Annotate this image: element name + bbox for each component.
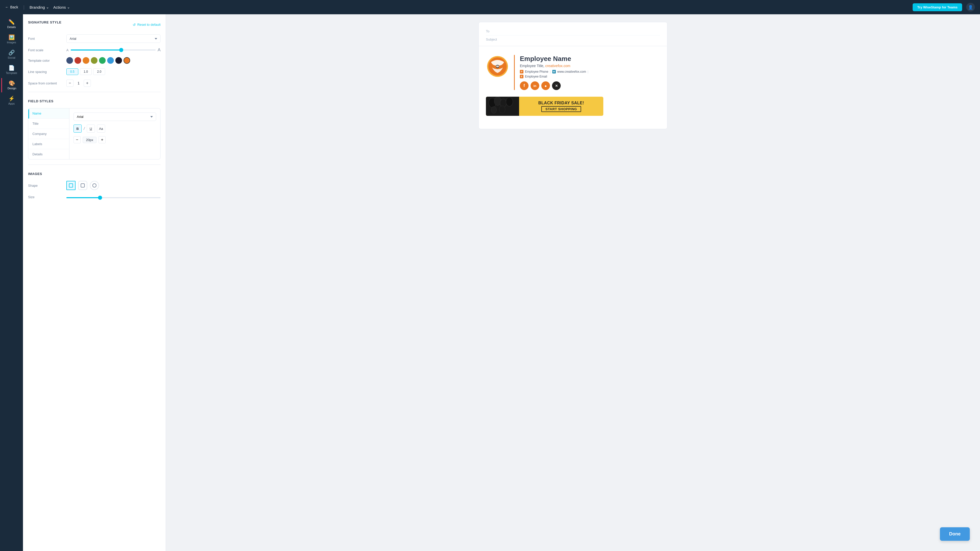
font-label: Font: [28, 37, 64, 41]
spacing-btn-1-0[interactable]: 1.0: [80, 68, 92, 75]
color-swatch-orange[interactable]: [83, 57, 89, 64]
template-color-label: Template color: [28, 59, 64, 62]
details-icon: ✏️: [8, 19, 15, 24]
font-select[interactable]: Arial Helvetica Times New Roman Georgia: [66, 35, 161, 43]
sidebar-item-design[interactable]: 🎨 Design: [1, 78, 22, 92]
bold-button[interactable]: B: [73, 124, 82, 133]
square-icon: [69, 183, 73, 187]
email-body: Employee Name Employee Title, creativefo…: [479, 46, 667, 122]
company-logo-svg: [487, 56, 508, 77]
font-size-stepper: − 20px +: [73, 136, 156, 143]
size-row: Size: [28, 195, 161, 199]
field-styles-container: Name Title Company Labels Details Arial …: [28, 108, 161, 159]
font-scale-label: Font scale: [28, 48, 64, 52]
font-scale-row: Font scale A A: [28, 48, 161, 52]
signature-style-section: SIGNATURE STYLE ↺ Reset to default Font …: [28, 21, 161, 87]
branding-menu-button[interactable]: Branding ⌄: [30, 5, 49, 10]
line-spacing-label: Line spacing: [28, 70, 64, 74]
field-style-controls: Arial Helvetica Times New Roman B / U Aa…: [69, 108, 160, 159]
spacing-btn-0-5[interactable]: 0.5: [66, 68, 78, 75]
space-decrease-button[interactable]: −: [66, 79, 73, 87]
employee-phone-row: P Employee Phone | W www.creativefox.com…: [520, 70, 660, 73]
size-label: Size: [28, 195, 64, 199]
field-item-company[interactable]: Company: [28, 129, 69, 139]
employee-name: Employee Name: [520, 55, 660, 63]
actions-menu-button[interactable]: Actions ⌄: [53, 5, 70, 10]
reset-default-button[interactable]: ↺ Reset to default: [133, 23, 161, 27]
twitter-x-icon[interactable]: ✕: [552, 81, 561, 90]
field-item-labels[interactable]: Labels: [28, 139, 69, 149]
field-font-select[interactable]: Arial Helvetica Times New Roman: [73, 113, 156, 121]
social-icon: 🔗: [8, 50, 15, 55]
space-value: 1: [76, 81, 81, 85]
banner-headline: BLACK FRIDAY SALE!: [538, 101, 584, 105]
font-size-decrease-button[interactable]: −: [73, 136, 81, 143]
sidebar-item-template[interactable]: 📄 Template: [1, 63, 22, 77]
shape-buttons: [66, 181, 99, 190]
color-swatch-red[interactable]: [75, 57, 81, 64]
space-from-content-row: Space from content − 1 +: [28, 79, 161, 87]
case-button[interactable]: Aa: [97, 124, 105, 133]
field-styles-layout: Name Title Company Labels Details Arial …: [28, 108, 160, 159]
signature-info: Employee Name Employee Title, creativefo…: [520, 55, 660, 90]
color-swatch-blue[interactable]: [107, 57, 114, 64]
color-swatch-green[interactable]: [99, 57, 106, 64]
shape-rounded-button[interactable]: [78, 181, 87, 190]
instagram-icon[interactable]: ●: [541, 81, 550, 90]
done-button[interactable]: Done: [940, 527, 970, 541]
font-size-increase-button[interactable]: +: [99, 136, 106, 143]
shape-label: Shape: [28, 184, 64, 187]
image-size-slider[interactable]: [66, 197, 161, 198]
font-row: Font Arial Helvetica Times New Roman Geo…: [28, 35, 161, 43]
space-increase-button[interactable]: +: [84, 79, 91, 87]
to-field-row: To: [486, 27, 660, 35]
try-wisestamp-button[interactable]: Try WiseStamp for Teams: [913, 3, 962, 11]
employee-title: Employee Title, creativefox.com: [520, 64, 660, 68]
text-format-buttons: B / U Aa: [73, 124, 156, 133]
font-size-value: 20px: [83, 137, 97, 143]
banner-balloons: [486, 97, 519, 116]
design-icon: 🎨: [9, 81, 15, 86]
facebook-icon[interactable]: f: [520, 81, 528, 90]
field-styles-section: FIELD STYLES Name Title Company Labels D…: [28, 99, 161, 159]
images-title: IMAGES: [28, 172, 161, 176]
linkedin-icon[interactable]: in: [531, 81, 539, 90]
space-stepper: − 1 +: [66, 79, 91, 87]
banner-cta[interactable]: START SHOPPING: [541, 106, 581, 112]
color-swatch-olive[interactable]: [91, 57, 97, 64]
sidebar: ✏️ Details 🖼️ Images 🔗 Social 📄 Template…: [0, 14, 23, 551]
shape-circle-button[interactable]: [90, 181, 99, 190]
back-button[interactable]: ← Back: [5, 5, 18, 9]
spacing-btn-2-0[interactable]: 2.0: [93, 68, 105, 75]
email-header-fields: To Subject: [479, 22, 667, 46]
signature-divider-bar: [514, 55, 515, 90]
web-icon: W: [552, 70, 556, 73]
field-item-details[interactable]: Details: [28, 149, 69, 159]
employee-phone-value: Employee Phone: [525, 70, 548, 73]
email-preview-card: To Subject: [479, 22, 667, 129]
sidebar-item-social[interactable]: 🔗 Social: [1, 48, 22, 62]
color-swatch-orange-selected[interactable]: [124, 57, 130, 64]
space-from-content-label: Space from content: [28, 81, 64, 85]
sidebar-item-details[interactable]: ✏️ Details: [1, 17, 22, 31]
italic-button[interactable]: /: [84, 127, 85, 130]
done-button-container: Done: [940, 527, 970, 541]
employee-website-link[interactable]: creativefox.com: [546, 64, 570, 68]
field-item-title[interactable]: Title: [28, 119, 69, 129]
employee-email-row: E Employee Email: [520, 75, 660, 78]
field-names-list: Name Title Company Labels Details: [28, 108, 69, 159]
user-avatar[interactable]: 👤: [966, 3, 975, 11]
signature-logo: [486, 55, 509, 78]
sidebar-item-label-template: Template: [6, 71, 18, 75]
field-item-name[interactable]: Name: [28, 108, 69, 119]
sidebar-item-apps[interactable]: ⚡ Apps: [1, 94, 22, 108]
color-swatch-dark[interactable]: [115, 57, 122, 64]
color-swatches: [66, 57, 130, 64]
shape-square-button[interactable]: [66, 181, 76, 190]
subject-field-row: Subject: [486, 35, 660, 43]
rounded-icon: [81, 183, 85, 187]
underline-button[interactable]: U: [87, 124, 95, 133]
sidebar-item-images[interactable]: 🖼️ Images: [1, 32, 22, 46]
font-scale-slider[interactable]: [71, 49, 156, 51]
color-swatch-dark-blue[interactable]: [66, 57, 73, 64]
